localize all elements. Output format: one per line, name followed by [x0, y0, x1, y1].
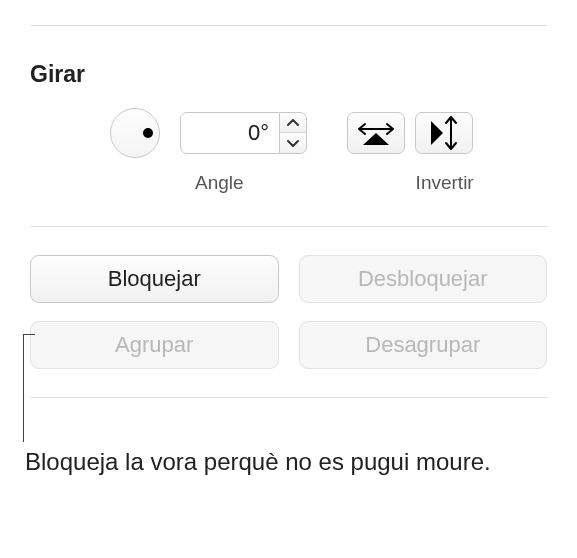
angle-decrement-button[interactable]: [280, 133, 306, 153]
rotation-dial[interactable]: [110, 108, 160, 158]
angle-label: Angle: [195, 172, 244, 194]
ungroup-button: Desagrupar: [299, 321, 548, 369]
angle-increment-button[interactable]: [280, 113, 306, 133]
callout-connector: [23, 334, 35, 335]
angle-input[interactable]: [180, 112, 280, 154]
callout-text: Bloqueja la vora perquè no es pugui mour…: [25, 446, 491, 477]
flip-vertical-icon: [429, 115, 459, 151]
group-button: Agrupar: [30, 321, 279, 369]
invert-label: Invertir: [416, 172, 474, 194]
angle-stepper[interactable]: [280, 112, 307, 154]
flip-horizontal-button[interactable]: [347, 112, 405, 154]
flip-vertical-button[interactable]: [415, 112, 473, 154]
lock-button[interactable]: Bloquejar: [30, 255, 279, 303]
chevron-down-icon: [287, 139, 299, 147]
chevron-up-icon: [287, 119, 299, 127]
callout-connector: [23, 334, 24, 442]
rotate-section-title: Girar: [30, 61, 547, 88]
unlock-button: Desbloquejar: [299, 255, 548, 303]
flip-horizontal-icon: [357, 119, 395, 147]
